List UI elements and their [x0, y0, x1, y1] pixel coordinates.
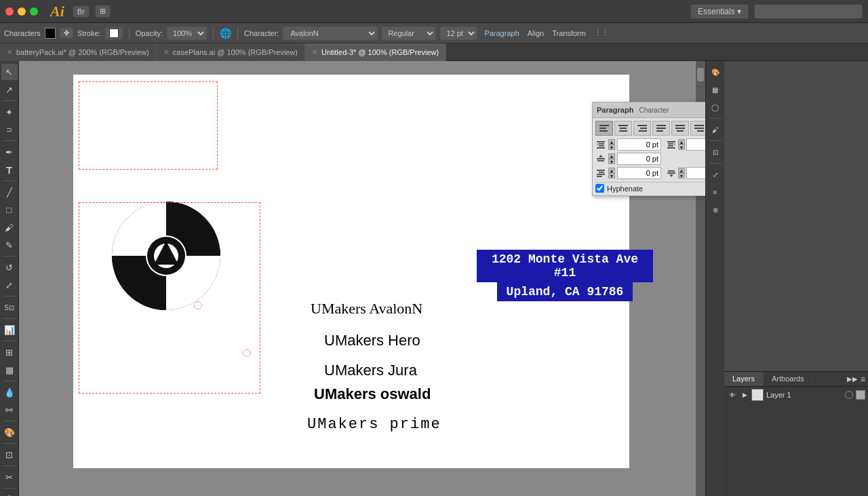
tab-close-caseplans[interactable]: ✕: [163, 48, 169, 56]
tab-batterypack[interactable]: ✕ batteryPack.ai* @ 200% (RGB/Preview): [0, 43, 157, 61]
artboards-tab[interactable]: Artboards: [764, 372, 813, 386]
transform-button[interactable]: Transform: [552, 29, 586, 37]
paintbrush-tool[interactable]: 🖌: [1, 219, 18, 235]
rect-tool[interactable]: □: [1, 202, 18, 218]
right-indent-input[interactable]: [686, 138, 705, 151]
search-input[interactable]: [754, 4, 863, 19]
rotate-tool[interactable]: ↺: [1, 259, 18, 275]
opacity-select[interactable]: 100%: [167, 26, 207, 40]
canvas-area[interactable]: 1202 Monte Vista Ave #11 Upland, CA 9178…: [19, 61, 705, 496]
align-button[interactable]: Align: [528, 29, 544, 37]
left-indent-up[interactable]: ▲: [608, 139, 615, 145]
first-line-up[interactable]: ▲: [608, 168, 615, 173]
align-left-button[interactable]: [595, 121, 613, 136]
svg-marker-44: [669, 174, 673, 177]
align-center-button[interactable]: [614, 121, 632, 136]
gradient-tool[interactable]: ▦: [1, 362, 18, 378]
scale-tool[interactable]: ⤢: [1, 277, 18, 293]
pencil-tool[interactable]: ✎: [1, 237, 18, 253]
column-graph-tool[interactable]: 📊: [1, 322, 18, 338]
address-text-block[interactable]: 1202 Monte Vista Ave #11 Upland, CA 9178…: [477, 250, 653, 301]
paragraph-panel-body: ▲ ▼ ▲ ▼: [593, 118, 705, 195]
address-line2: Upland, CA 91786: [497, 282, 633, 301]
tool-sep-9: [3, 421, 16, 421]
right-indent-down[interactable]: ▼: [678, 145, 685, 150]
align-panel-icon[interactable]: ≡: [707, 184, 724, 200]
select-tool[interactable]: ↖: [1, 64, 18, 80]
right-indent-stepper[interactable]: ▲ ▼: [678, 139, 685, 150]
minimize-button[interactable]: [18, 7, 26, 16]
gradient-panel-icon[interactable]: ▦: [707, 81, 724, 98]
type-tool[interactable]: T: [1, 161, 18, 178]
pen-tool[interactable]: ✒: [1, 144, 18, 160]
space-before-input[interactable]: [617, 153, 661, 165]
stroke-swatch[interactable]: [105, 27, 123, 39]
layer-visibility-icon[interactable]: 👁: [727, 389, 738, 400]
color-swatch[interactable]: [45, 28, 56, 39]
essentials-button[interactable]: Essentials ▾: [690, 4, 749, 19]
svg-rect-35: [597, 158, 605, 159]
layers-tab[interactable]: Layers: [724, 372, 764, 386]
slice-tool[interactable]: ✂: [1, 469, 18, 485]
eyedropper-tool[interactable]: 💧: [1, 384, 18, 400]
stroke-mode-button[interactable]: ✤: [60, 28, 73, 38]
paragraph-button[interactable]: Paragraph: [484, 29, 519, 37]
tab-untitled[interactable]: ✕ Untitled-3* @ 100% (RGB/Preview): [305, 43, 446, 61]
svg-rect-31: [668, 143, 673, 145]
live-paint-tool[interactable]: 🎨: [1, 424, 18, 440]
magic-wand-tool[interactable]: ✦: [1, 104, 18, 120]
brush-panel-icon[interactable]: 🖌: [707, 121, 724, 138]
artboard-tool[interactable]: ⊡: [1, 446, 18, 463]
tab-caseplans[interactable]: ✕ casePlans.ai @ 100% (RGB/Preview): [157, 43, 305, 61]
space-after-stepper[interactable]: ▲ ▼: [678, 168, 685, 178]
first-line-input[interactable]: [617, 167, 661, 179]
align-right-button[interactable]: [633, 121, 651, 136]
hyphenate-checkbox[interactable]: [595, 184, 604, 193]
tab-close-batterypack[interactable]: ✕: [7, 48, 12, 56]
layer-target-icon[interactable]: [845, 391, 853, 399]
first-line-down[interactable]: ▼: [608, 173, 615, 178]
blend-tool[interactable]: ⚯: [1, 402, 18, 418]
right-indent-up[interactable]: ▲: [678, 139, 685, 145]
space-after-input[interactable]: [686, 167, 705, 179]
left-indent-stepper[interactable]: ▲ ▼: [608, 139, 615, 150]
scroll-thumb-v[interactable]: [697, 68, 704, 81]
space-after-down[interactable]: ▼: [678, 173, 685, 178]
symbol-tool[interactable]: S⊡: [1, 299, 18, 316]
font-select[interactable]: AvalonN: [283, 26, 378, 40]
justify-right-button[interactable]: [690, 121, 705, 136]
lasso-tool[interactable]: ⊃: [1, 121, 18, 138]
layer-expand-icon[interactable]: ▶: [741, 391, 749, 399]
bridge-button[interactable]: Br: [73, 5, 90, 18]
transform-panel-icon[interactable]: ⤢: [707, 166, 724, 183]
svg-rect-17: [675, 128, 685, 129]
direct-select-tool[interactable]: ↗: [1, 81, 18, 98]
character-panel-tab[interactable]: Character: [639, 107, 669, 114]
first-line-stepper[interactable]: ▲ ▼: [608, 168, 615, 178]
space-before-up[interactable]: ▲: [608, 153, 615, 159]
symbols-panel-icon[interactable]: ⊡: [707, 144, 724, 160]
arrangement-button[interactable]: ⊞: [95, 5, 111, 18]
space-before-down[interactable]: ▼: [608, 159, 615, 164]
space-after-up[interactable]: ▲: [678, 168, 685, 173]
left-indent-input[interactable]: [617, 138, 661, 151]
left-indent-down[interactable]: ▼: [608, 145, 615, 150]
justify-left-button[interactable]: [652, 121, 670, 136]
more-options-button[interactable]: ⋮⋮: [594, 28, 609, 37]
pathfinder-icon[interactable]: ⊕: [707, 202, 724, 218]
maximize-button[interactable]: [30, 7, 38, 16]
layer-1-row[interactable]: 👁 ▶ Layer 1: [724, 387, 868, 403]
font-size-select[interactable]: 12 pt: [440, 26, 477, 40]
justify-center-button[interactable]: [671, 121, 689, 136]
layers-menu-icon[interactable]: ≡: [861, 375, 865, 384]
tab-close-untitled[interactable]: ✕: [312, 48, 317, 56]
layers-forward-icon[interactable]: ▶▶: [847, 375, 858, 383]
font-style-select[interactable]: Regular: [382, 26, 436, 40]
hand-tool[interactable]: ✋: [1, 491, 18, 496]
stroke-panel-icon[interactable]: ◯: [707, 99, 724, 115]
line-tool[interactable]: ╱: [1, 184, 18, 200]
close-button[interactable]: [5, 7, 14, 16]
mesh-tool[interactable]: ⊞: [1, 344, 18, 360]
color-panel-icon[interactable]: 🎨: [707, 64, 724, 80]
space-before-stepper[interactable]: ▲ ▼: [608, 153, 615, 164]
